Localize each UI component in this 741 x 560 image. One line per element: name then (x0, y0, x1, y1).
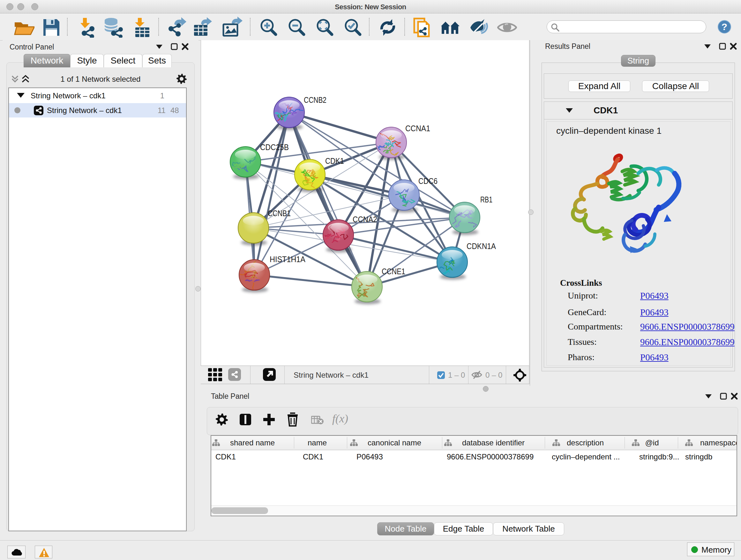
svg-text:HIST1H1A: HIST1H1A (270, 255, 306, 264)
svg-text:CCNE1: CCNE1 (382, 267, 405, 276)
svg-text:CDC25B: CDC25B (260, 143, 289, 152)
svg-text:CDC6: CDC6 (418, 177, 437, 186)
svg-text:CCNB1: CCNB1 (268, 209, 291, 218)
svg-text:CDKN1A: CDKN1A (467, 242, 496, 251)
svg-text:CCNA2: CCNA2 (353, 215, 377, 224)
svg-text:CCNA1: CCNA1 (405, 124, 430, 133)
svg-text:CDK1: CDK1 (325, 157, 344, 165)
svg-text:CCNB2: CCNB2 (304, 96, 327, 105)
svg-text:?: ? (722, 21, 727, 32)
svg-text:RB1: RB1 (480, 195, 492, 204)
